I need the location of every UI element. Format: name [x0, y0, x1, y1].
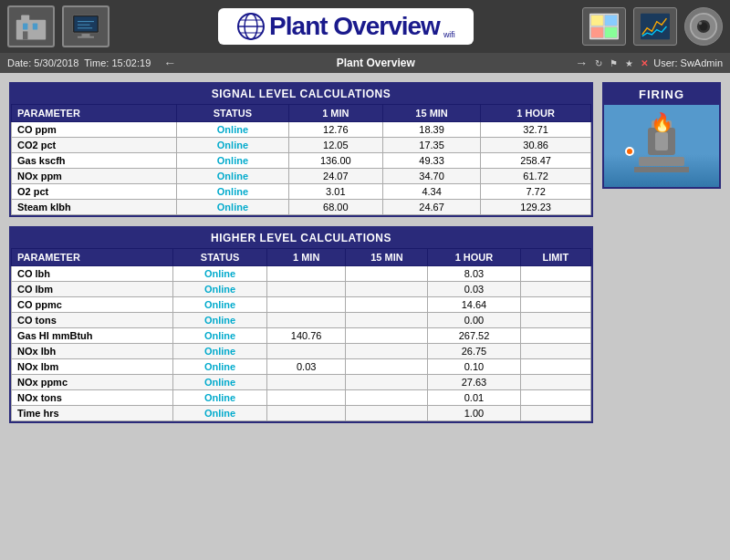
higher-header-row: PARAMETER STATUS 1 MIN 15 MIN 1 HOUR LIM…	[12, 249, 591, 266]
value-cell: 0.03	[428, 282, 520, 297]
signal-panel: SIGNAL LEVEL CALCULATIONS PARAMETER STAT…	[9, 82, 593, 217]
value-cell: 136.00	[288, 153, 382, 169]
table-row: CO ppmOnline12.7618.3932.71	[12, 122, 591, 138]
value-cell	[520, 344, 590, 359]
table-row: CO ppmcOnline14.64	[12, 297, 591, 313]
right-panel: FIRING 🔥	[602, 82, 721, 423]
status-cell: Online	[177, 169, 289, 184]
table-row: NOx ppmOnline24.0734.7061.72	[12, 169, 591, 184]
svg-rect-3	[33, 23, 37, 29]
value-cell	[266, 313, 346, 328]
plant-icon[interactable]	[7, 5, 55, 47]
param-cell: CO tons	[12, 313, 173, 328]
param-cell: CO ppm	[12, 122, 177, 138]
higher-col-limit: LIMIT	[520, 249, 590, 266]
higher-col-1hour: 1 HOUR	[428, 249, 520, 266]
param-cell: NOx lbm	[12, 359, 173, 375]
param-cell: NOx ppmc	[12, 375, 173, 390]
value-cell: 12.76	[288, 122, 382, 138]
higher-col-param: PARAMETER	[12, 249, 173, 266]
value-cell	[520, 390, 590, 406]
value-cell: 129.23	[481, 200, 591, 215]
logo-wifi: wifi	[443, 30, 455, 39]
value-cell: 24.07	[288, 169, 382, 184]
higher-col-1min: 1 MIN	[266, 249, 346, 266]
param-cell: Gas HI mmBtuh	[12, 328, 173, 344]
table-row: NOx tonsOnline0.01	[12, 390, 591, 406]
table-row: Gas kscfhOnline136.0049.33258.47	[12, 153, 591, 169]
table-row: O2 pctOnline3.014.347.72	[12, 184, 591, 200]
table-row: CO2 pctOnline12.0517.3530.86	[12, 138, 591, 153]
nav-back[interactable]: ←	[163, 56, 176, 70]
value-cell: 0.01	[428, 390, 520, 406]
value-cell: 32.71	[481, 122, 591, 138]
refresh-btn[interactable]: ↻	[593, 58, 604, 68]
value-cell	[346, 266, 428, 282]
value-cell	[346, 313, 428, 328]
value-cell	[346, 282, 428, 297]
signal-table: PARAMETER STATUS 1 MIN 15 MIN 1 HOUR CO …	[11, 104, 591, 215]
value-cell: 8.03	[428, 266, 520, 282]
nav-forward[interactable]: →	[575, 56, 588, 70]
status-cell: Online	[173, 313, 267, 328]
value-cell: 7.72	[481, 184, 591, 200]
status-cell: Online	[177, 138, 289, 153]
header: Plant Overview wifi	[0, 0, 730, 53]
monitor-icon[interactable]	[62, 5, 110, 47]
value-cell	[520, 282, 590, 297]
value-cell	[346, 390, 428, 406]
firing-box: FIRING 🔥	[602, 82, 721, 189]
trend-icon[interactable]	[633, 7, 677, 46]
param-cell: Gas kscfh	[12, 153, 177, 169]
value-cell	[266, 266, 346, 282]
higher-col-status: STATUS	[173, 249, 267, 266]
status-cell: Online	[173, 406, 267, 421]
svg-point-26	[699, 22, 703, 26]
status-cell: Online	[173, 297, 267, 313]
status-cell: Online	[177, 200, 289, 215]
value-cell	[266, 406, 346, 421]
table-row: NOx lbmOnline0.030.10	[12, 359, 591, 375]
svg-rect-4	[23, 31, 27, 39]
value-cell: 26.75	[428, 344, 520, 359]
table-row: NOx lbhOnline26.75	[12, 344, 591, 359]
value-cell: 68.00	[288, 200, 382, 215]
value-cell: 140.76	[266, 328, 346, 344]
star-btn[interactable]: ★	[623, 58, 635, 68]
param-cell: NOx tons	[12, 390, 173, 406]
param-cell: NOx ppm	[12, 169, 177, 184]
signal-col-param: PARAMETER	[12, 105, 177, 122]
camera-icon[interactable]	[684, 7, 723, 46]
value-cell: 4.34	[382, 184, 480, 200]
logo-area: Plant Overview wifi	[117, 8, 575, 45]
left-panels: SIGNAL LEVEL CALCULATIONS PARAMETER STAT…	[9, 82, 593, 423]
signal-col-1hour: 1 HOUR	[481, 105, 591, 122]
signal-col-1min: 1 MIN	[288, 105, 382, 122]
param-cell: NOx lbh	[12, 344, 173, 359]
value-cell: 0.00	[428, 313, 520, 328]
svg-rect-0	[16, 20, 46, 40]
value-cell	[266, 375, 346, 390]
svg-rect-20	[591, 27, 603, 38]
chart-grid-icon[interactable]	[582, 7, 626, 46]
higher-col-15min: 15 MIN	[346, 249, 428, 266]
status-cell: Online	[173, 344, 267, 359]
table-row: NOx ppmcOnline27.63	[12, 375, 591, 390]
header-right-icons	[582, 7, 723, 46]
flag-btn[interactable]: ⚑	[608, 58, 620, 68]
table-row: CO lbhOnline8.03	[12, 266, 591, 282]
close-btn[interactable]: ✕	[639, 58, 650, 68]
status-cell: Online	[177, 122, 289, 138]
svg-rect-21	[605, 27, 617, 38]
table-row: CO lbmOnline0.03	[12, 282, 591, 297]
toolbar-title: Plant Overview	[182, 57, 569, 69]
signal-col-15min: 15 MIN	[382, 105, 480, 122]
logo-text: Plant Overview	[269, 12, 440, 41]
value-cell	[520, 328, 590, 344]
status-cell: Online	[173, 375, 267, 390]
svg-rect-7	[82, 34, 90, 36]
signal-col-status: STATUS	[177, 105, 289, 122]
value-cell	[266, 282, 346, 297]
value-cell: 258.47	[481, 153, 591, 169]
status-cell: Online	[177, 184, 289, 200]
